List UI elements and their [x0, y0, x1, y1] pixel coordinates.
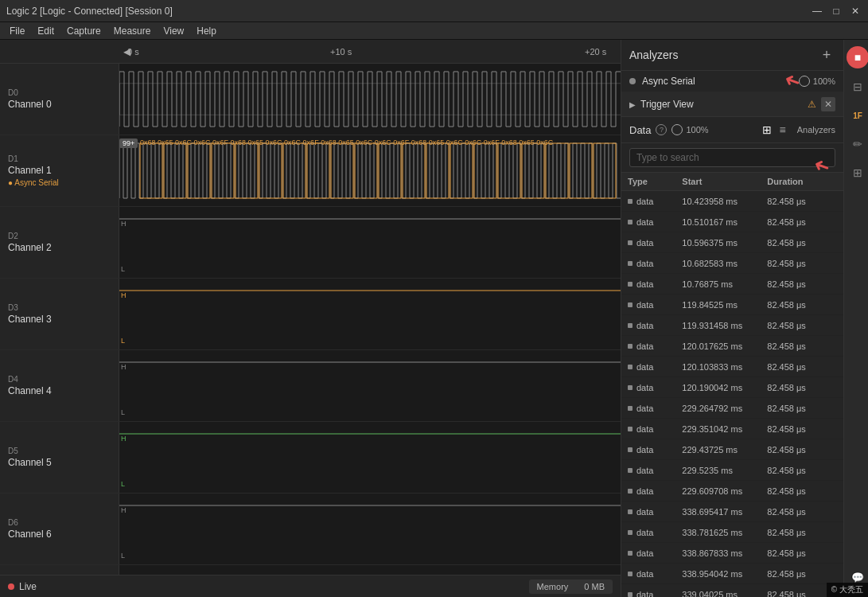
- row-start: 120.017625 ms: [675, 339, 761, 353]
- waveform-canvas-d5: [119, 422, 621, 493]
- row-dot: [628, 551, 633, 556]
- row-start: 338.781625 ms: [675, 525, 761, 540]
- channels-container: D0 Channel 0 // will be drawn by JS belo…: [0, 64, 621, 575]
- trigger-close-button[interactable]: ✕: [821, 97, 835, 111]
- row-duration: 82.458 μs: [761, 443, 831, 457]
- row-other: [831, 468, 843, 473]
- grid-view-button[interactable]: ⊞: [759, 122, 775, 138]
- channel-label-d6: D6 Channel 6: [0, 494, 119, 564]
- list-view-button[interactable]: ≡: [777, 122, 789, 138]
- channel-name-d5: Channel 5: [8, 457, 111, 468]
- row-duration: 82.458 μs: [761, 546, 831, 560]
- menu-capture[interactable]: Capture: [60, 24, 107, 38]
- table-row[interactable]: data 120.103833 ms 82.458 μs: [621, 357, 843, 377]
- table-row[interactable]: data 120.017625 ms 82.458 μs: [621, 336, 843, 357]
- minimize-button[interactable]: —: [811, 5, 823, 18]
- table-row[interactable]: data 229.5235 ms 82.458 μs: [621, 460, 843, 481]
- table-row[interactable]: data 119.84525 ms 82.458 μs: [621, 295, 843, 315]
- table-row[interactable]: data 338.781625 ms 82.458 μs: [621, 522, 843, 543]
- right-panel: Analyzers + Async Serial 100% ▶ Trigger …: [621, 40, 843, 597]
- table-row[interactable]: data 338.695417 ms 82.458 μs: [621, 501, 843, 522]
- table-row[interactable]: data 229.264792 ms 82.458 μs: [621, 398, 843, 419]
- row-start: 229.5235 ms: [675, 463, 761, 478]
- pencil-icon[interactable]: ✏: [844, 131, 868, 158]
- trigger-expand-icon: ▶: [629, 100, 636, 109]
- analyzers-title: Analyzers: [629, 49, 818, 61]
- row-other: [831, 282, 843, 287]
- titlebar: Logic 2 [Logic - Connected] [Session 0] …: [0, 0, 868, 22]
- row-dot: [628, 323, 633, 328]
- channel-row-d3: D3 Channel 3: [0, 279, 621, 350]
- row-start: 338.954042 ms: [675, 567, 761, 581]
- col-duration: Duration: [761, 173, 831, 190]
- table-row[interactable]: data 339.04025 ms 82.458 μs: [621, 584, 843, 597]
- table-row[interactable]: data 119.931458 ms 82.458 μs: [621, 315, 843, 336]
- table-row[interactable]: data 229.351042 ms 82.458 μs: [621, 419, 843, 439]
- channel-id-d0: D0: [8, 88, 111, 97]
- table-row[interactable]: data 10.423958 ms 82.458 μs: [621, 191, 843, 212]
- table-row[interactable]: data 229.609708 ms 82.458 μs: [621, 481, 843, 501]
- table-row[interactable]: data 10.682583 ms 82.458 μs: [621, 253, 843, 274]
- waveform-canvas-d1: [119, 135, 621, 206]
- table-row[interactable]: data 10.596375 ms 82.458 μs: [621, 232, 843, 253]
- row-dot: [628, 427, 633, 431]
- waveform-canvas-d6: [119, 494, 621, 564]
- channel-label-d4: D4 Channel 4: [0, 350, 119, 421]
- analyzers-tab-label[interactable]: Analyzers: [797, 125, 835, 135]
- row-duration: 82.458 μs: [761, 194, 831, 209]
- channel-label-d0: D0 Channel 0: [0, 64, 119, 135]
- menu-view[interactable]: View: [157, 24, 190, 38]
- row-other: [831, 344, 843, 349]
- row-start: 10.596375 ms: [675, 236, 761, 250]
- row-start: 120.103833 ms: [675, 360, 761, 374]
- menu-help[interactable]: Help: [190, 24, 223, 38]
- channel-label-d1: D1 Channel 1 ● Async Serial: [0, 135, 119, 206]
- menu-measure[interactable]: Measure: [107, 24, 158, 38]
- memory-popup: Memory 0 MB: [529, 579, 613, 594]
- close-button[interactable]: ✕: [849, 5, 862, 18]
- waveform-canvas-d0: [119, 64, 621, 135]
- table-row[interactable]: data 229.43725 ms 82.458 μs: [621, 439, 843, 460]
- help-icon[interactable]: ?: [656, 124, 667, 135]
- channel-label-d2: D2 Channel 2: [0, 207, 119, 278]
- row-type: data: [636, 238, 653, 248]
- row-start: 229.43725 ms: [675, 443, 761, 457]
- trigger-view-row[interactable]: ▶ Trigger View ⚠ ✕: [621, 92, 843, 117]
- row-other: [831, 365, 843, 369]
- maximize-button[interactable]: □: [830, 5, 843, 18]
- time-marker-20: +20 s: [585, 47, 606, 57]
- channel-id-d1: D1: [8, 154, 111, 163]
- row-dot: [628, 302, 633, 307]
- channel-waveform-d3: [119, 279, 621, 349]
- time-marker-10: +10 s: [330, 47, 352, 57]
- table-row[interactable]: data 338.867833 ms 82.458 μs: [621, 543, 843, 564]
- grid-icon[interactable]: ⊞: [844, 159, 868, 186]
- monitor-icon[interactable]: ⊟: [844, 73, 868, 100]
- row-type: data: [636, 424, 653, 434]
- row-type: data: [636, 279, 653, 289]
- row-start: 338.695417 ms: [675, 505, 761, 519]
- row-duration: 82.458 μs: [761, 339, 831, 353]
- table-row[interactable]: data 120.190042 ms 82.458 μs: [621, 377, 843, 398]
- search-input[interactable]: [629, 148, 835, 167]
- stop-button[interactable]: ■: [847, 46, 868, 68]
- menu-edit[interactable]: Edit: [31, 24, 60, 38]
- channel-row-d1: D1 Channel 1 ● Async Serial 99+ 0x68·0x6…: [0, 135, 621, 207]
- channel-row-d7: D7 Channel 7: [0, 565, 621, 575]
- menu-file[interactable]: File: [3, 24, 31, 38]
- row-type: data: [636, 217, 653, 227]
- channel-waveform-d7: [119, 565, 621, 575]
- row-type: data: [636, 383, 653, 392]
- row-start: 229.609708 ms: [675, 484, 761, 498]
- table-row[interactable]: data 10.510167 ms 82.458 μs: [621, 212, 843, 232]
- row-other: [831, 551, 843, 556]
- row-duration: 82.458 μs: [761, 401, 831, 416]
- hex-view-icon[interactable]: 1F: [844, 102, 868, 129]
- add-analyzer-button[interactable]: +: [818, 46, 835, 64]
- data-circle-icon: [671, 124, 683, 135]
- table-row[interactable]: data 10.76875 ms 82.458 μs: [621, 274, 843, 295]
- row-dot: [628, 509, 633, 514]
- table-row[interactable]: data 338.954042 ms 82.458 μs: [621, 564, 843, 584]
- data-percent-value: 100%: [686, 125, 708, 135]
- channel-row-d4: D4 Channel 4: [0, 350, 621, 422]
